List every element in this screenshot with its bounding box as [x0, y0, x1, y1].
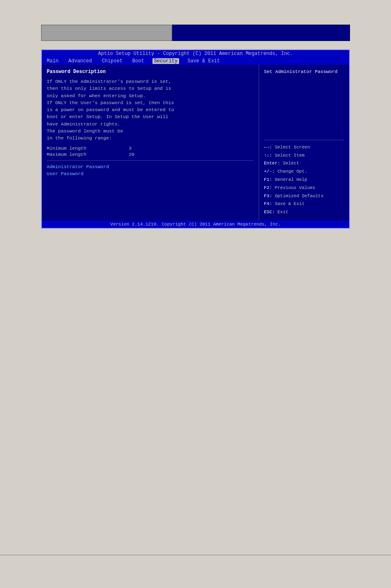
desc-line-6: have Administrator rights.: [47, 121, 254, 128]
menu-item-save-exit[interactable]: Save & Exit: [186, 58, 221, 64]
bios-right-panel: Set Administrator Password ←→: Select Sc…: [259, 65, 349, 221]
desc-line-2: only asked for when entering Setup.: [47, 92, 254, 99]
min-length-label: Minimum length: [47, 146, 129, 151]
admin-password-link[interactable]: Administrator Password: [47, 164, 254, 169]
help-item-8: ESC: Exit: [264, 208, 344, 217]
help-key-7: F4:: [264, 201, 272, 206]
help-key-1: ↑↓:: [264, 153, 272, 158]
help-item-6: F3: Optimized Defaults: [264, 192, 344, 201]
separator: [47, 160, 254, 161]
bottom-line: [0, 555, 391, 555]
desc-line-5: boot or enter Setup. In Setup the User w…: [47, 113, 254, 120]
desc-line-7: The password length must be: [47, 128, 254, 134]
menu-item-boot[interactable]: Boot: [131, 58, 146, 64]
help-key-3: +/-:: [264, 169, 275, 174]
bios-left-panel: Password Description If ONLY the Adminis…: [42, 65, 259, 221]
desc-line-0: If ONLY the Administrator's password is …: [47, 78, 254, 85]
desc-line-3: If ONLY the User's password is set, then…: [47, 99, 254, 106]
help-key-8: ESC:: [264, 210, 275, 214]
menu-item-advanced[interactable]: Advanced: [67, 58, 94, 64]
menu-item-main[interactable]: Main: [45, 58, 60, 64]
max-length-label: Maximum length: [47, 152, 129, 157]
help-item-5: F2: Previous Values: [264, 184, 344, 192]
description-text: If ONLY the Administrator's password is …: [47, 78, 254, 141]
help-item-1: ↑↓: Select Item: [264, 152, 344, 160]
right-help-section: ←→: Select Screen ↑↓: Select Item Enter:…: [264, 144, 344, 217]
help-item-2: Enter: Select: [264, 160, 344, 168]
help-item-7: F4: Save & Exit: [264, 200, 344, 208]
help-key-0: ←→:: [264, 145, 272, 150]
desc-line-8: in the following range:: [47, 134, 254, 141]
bios-body: Password Description If ONLY the Adminis…: [42, 65, 349, 221]
bios-title: Aptio Setup Utility - Copyright (C) 2011…: [98, 51, 293, 57]
bios-menu-bar: Main Advanced Chipset Boot Security Save…: [42, 57, 349, 65]
top-bar: [41, 25, 350, 41]
user-password-link[interactable]: User Password: [47, 171, 254, 176]
menu-item-chipset[interactable]: Chipset: [100, 58, 124, 64]
bios-footer-text: Version 2.14.1219. Copyright (C) 2011 Am…: [110, 222, 281, 227]
help-key-2: Enter:: [264, 161, 280, 166]
max-length-value: 20: [129, 152, 134, 157]
min-length-value: 3: [129, 146, 132, 151]
top-bar-right: [172, 25, 350, 41]
help-key-5: F2:: [264, 185, 272, 190]
right-action-label: Set Administrator Password: [264, 69, 344, 74]
min-length-row: Minimum length 3: [47, 146, 254, 151]
desc-line-4: is a power on password and must be enter…: [47, 106, 254, 113]
section-title: Password Description: [47, 69, 254, 75]
help-key-6: F3:: [264, 194, 272, 198]
help-key-4: F1:: [264, 177, 272, 182]
help-item-3: +/-: Change Opt.: [264, 168, 344, 176]
bios-title-bar: Aptio Setup Utility - Copyright (C) 2011…: [42, 50, 349, 57]
desc-line-1: then this only limits access to Setup an…: [47, 85, 254, 92]
right-top: Set Administrator Password: [264, 69, 344, 137]
bios-container: Aptio Setup Utility - Copyright (C) 2011…: [41, 49, 350, 229]
menu-item-security[interactable]: Security: [152, 58, 180, 64]
right-separator: [264, 140, 344, 140]
top-bar-left: [41, 25, 172, 41]
max-length-row: Maximum length 20: [47, 152, 254, 157]
help-item-0: ←→: Select Screen: [264, 144, 344, 152]
bios-footer: Version 2.14.1219. Copyright (C) 2011 Am…: [42, 221, 349, 228]
help-item-4: F1: General Help: [264, 176, 344, 184]
